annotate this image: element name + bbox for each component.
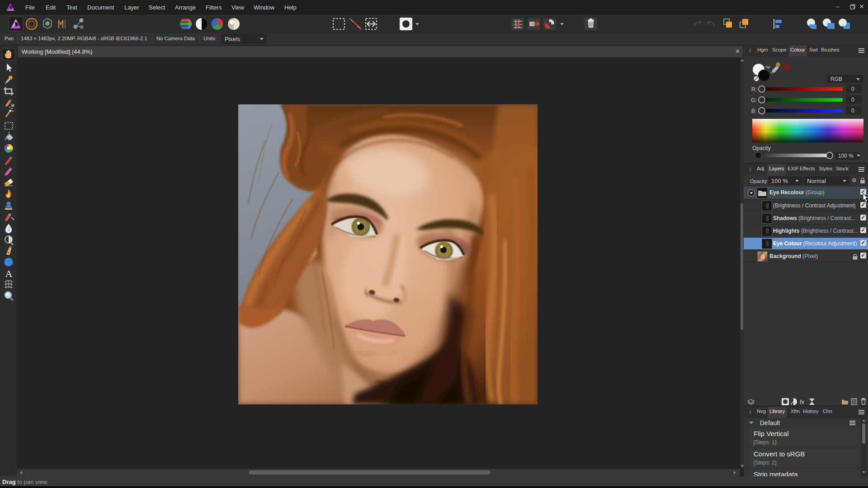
svg-text:A: A (5, 268, 13, 279)
svg-text:R:: R: (751, 86, 757, 93)
svg-text:B:: B: (751, 108, 756, 114)
svg-text:0: 0 (851, 97, 854, 103)
svg-text:fx: fx (800, 399, 805, 405)
svg-text:0: 0 (851, 86, 854, 92)
svg-text:G:: G: (751, 97, 757, 103)
svg-text:0: 0 (851, 108, 854, 114)
